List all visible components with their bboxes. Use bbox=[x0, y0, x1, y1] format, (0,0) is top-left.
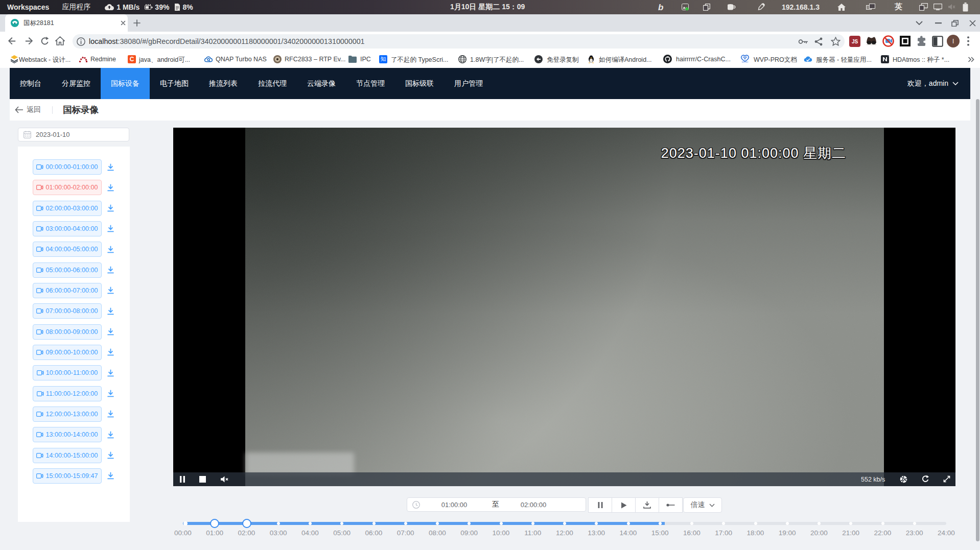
svg-text:WVP-PRO: WVP-PRO bbox=[742, 61, 748, 63]
